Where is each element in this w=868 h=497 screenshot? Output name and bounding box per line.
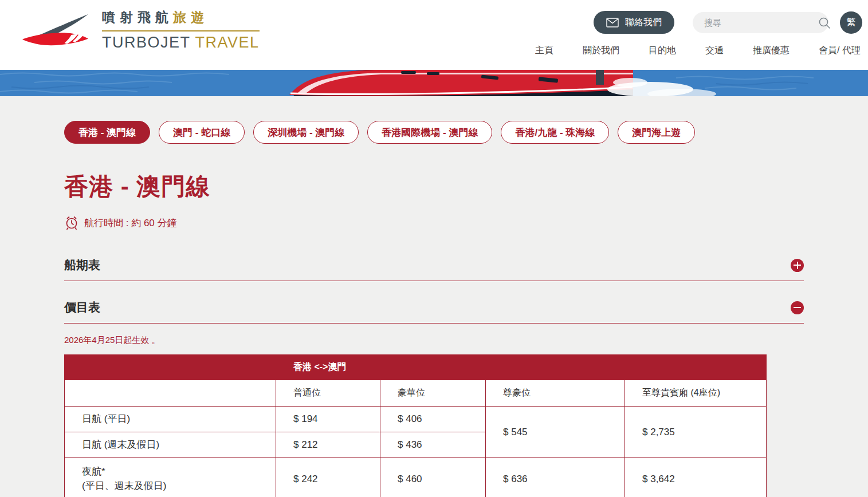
tab-hkia-macau[interactable]: 香港國際機場 - 澳門線: [367, 121, 492, 144]
fare-cell: $ 460: [380, 458, 486, 497]
route-tabs: 香港 - 澳門線 澳門 - 蛇口線 深圳機場 - 澳門線 香港國際機場 - 澳門…: [64, 96, 804, 144]
fare-cell: $ 194: [276, 407, 380, 432]
row-label: 日航 (平日): [65, 407, 276, 432]
tab-hk-macau[interactable]: 香港 - 澳門線: [64, 121, 150, 144]
language-toggle-button[interactable]: 繁: [840, 11, 862, 34]
logo-cjk-line: 噴射飛航旅遊: [102, 9, 260, 31]
fare-cell: $ 242: [276, 458, 380, 497]
section-fares-header[interactable]: 價目表: [64, 299, 804, 324]
main-content: 香港 - 澳門線 澳門 - 蛇口線 深圳機場 - 澳門線 香港國際機場 - 澳門…: [0, 96, 868, 497]
nav-item-about[interactable]: 關於我們: [583, 45, 619, 57]
contact-us-label: 聯絡我們: [625, 17, 662, 29]
turbojet-logo[interactable]: 噴射飛航旅遊 TURBOJET TRAVEL: [21, 7, 260, 53]
boat-logo-icon: [21, 7, 89, 53]
row-label-line1: 夜航*: [82, 466, 105, 477]
fare-cell: $ 406: [380, 407, 486, 432]
table-corner-cell: [65, 355, 276, 380]
table-group-header-row: 香港 <->澳門: [65, 355, 767, 380]
accordion: 船期表 價目表: [64, 257, 804, 324]
ferry-banner-image: [0, 70, 868, 96]
search-input[interactable]: [704, 18, 818, 27]
nav-item-members[interactable]: 會員/ 代理: [819, 45, 861, 57]
column-header-empty: [65, 380, 276, 407]
clock-icon: [64, 215, 79, 231]
nav-item-promotions[interactable]: 推廣優惠: [753, 45, 790, 57]
section-fares-title: 價目表: [64, 299, 100, 315]
contact-us-button[interactable]: 聯絡我們: [594, 11, 674, 34]
sailing-time-label: 航行時間 : 約 60 分鐘: [84, 216, 177, 230]
table-row-night: 夜航* (平日、週末及假日) $ 242 $ 460 $ 636 $ 3,642: [65, 458, 767, 497]
envelope-icon: [606, 18, 619, 27]
search-icon[interactable]: [818, 17, 831, 29]
column-header-premier: 尊豪位: [486, 380, 625, 407]
site-header: 噴射飛航旅遊 TURBOJET TRAVEL 聯絡我們 繁 主頁 關於我們 目的…: [0, 0, 868, 70]
tab-macau-shekou[interactable]: 澳門 - 蛇口線: [159, 121, 245, 144]
table-group-header: 香港 <->澳門: [276, 355, 767, 380]
minus-icon[interactable]: [791, 301, 804, 314]
tab-macau-cruise[interactable]: 澳門海上遊: [618, 121, 695, 144]
fare-cell: $ 636: [486, 458, 625, 497]
main-nav: 主頁 關於我們 目的地 交通 推廣優惠 會員/ 代理: [535, 45, 861, 57]
section-schedule-header[interactable]: 船期表: [64, 257, 804, 281]
row-label: 夜航* (平日、週末及假日): [65, 458, 276, 497]
section-schedule-title: 船期表: [64, 257, 100, 273]
fare-cell: $ 3,642: [625, 458, 767, 497]
price-table: 香港 <->澳門 普通位 豪華位 尊豪位 至尊貴賓廂 (4座位) 日航 (平日)…: [64, 354, 767, 497]
fare-cell: $ 212: [276, 432, 380, 458]
search-box: [693, 12, 828, 33]
logo-latin-line: TURBOJET TRAVEL: [102, 34, 260, 52]
column-header-super: 豪華位: [380, 380, 486, 407]
tab-hk-zhuhai[interactable]: 香港/九龍 - 珠海線: [501, 121, 609, 144]
fare-cell-merged-premier: $ 545: [486, 407, 625, 458]
nav-item-home[interactable]: 主頁: [535, 45, 553, 57]
page-title: 香港 - 澳門線: [64, 171, 804, 203]
table-row-day-weekday: 日航 (平日) $ 194 $ 406 $ 545 $ 2,735: [65, 407, 767, 432]
nav-item-transport[interactable]: 交通: [705, 45, 724, 57]
effective-date: 2026年4月25日起生效 。: [64, 335, 804, 346]
plus-icon[interactable]: [791, 259, 804, 272]
fare-cell-merged-vip: $ 2,735: [625, 407, 767, 458]
fare-cell: $ 436: [380, 432, 486, 458]
row-label: 日航 (週末及假日): [65, 432, 276, 458]
column-header-vip-cabin: 至尊貴賓廂 (4座位): [625, 380, 767, 407]
sailing-time: 航行時間 : 約 60 分鐘: [64, 215, 804, 231]
row-label-line2: (平日、週末及假日): [82, 480, 166, 491]
table-column-header-row: 普通位 豪華位 尊豪位 至尊貴賓廂 (4座位): [65, 380, 767, 407]
tab-shenzhen-airport-macau[interactable]: 深圳機場 - 澳門線: [253, 121, 359, 144]
nav-item-destinations[interactable]: 目的地: [649, 45, 676, 57]
column-header-economy: 普通位: [276, 380, 380, 407]
logo-text: 噴射飛航旅遊 TURBOJET TRAVEL: [102, 9, 260, 52]
